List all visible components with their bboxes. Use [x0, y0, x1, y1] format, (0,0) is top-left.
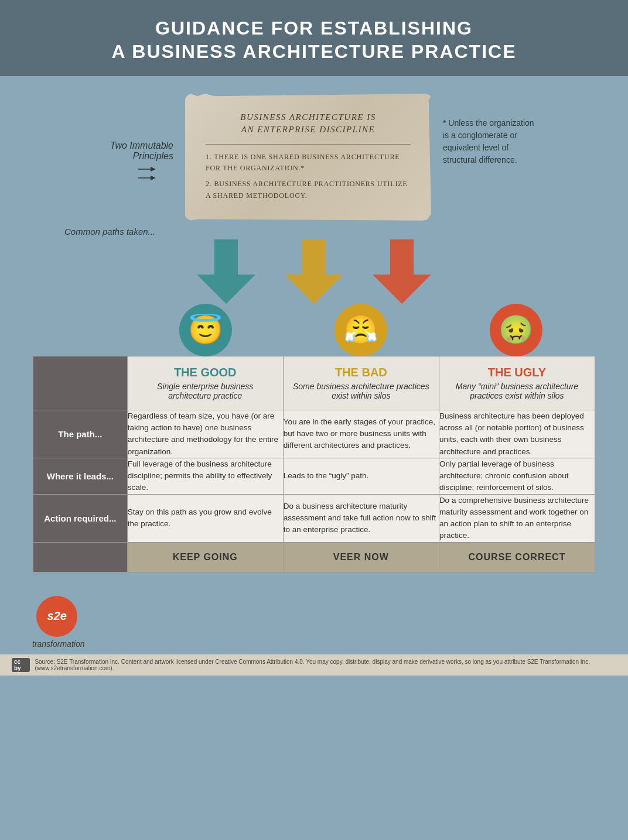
- cell-bad-path: You are in the early stages of your prac…: [283, 410, 439, 458]
- svg-marker-2: [197, 239, 255, 304]
- common-paths-label: Common paths taken...: [29, 227, 599, 236]
- col-subtitle-ugly: Many “mini” business architecture practi…: [448, 382, 586, 400]
- main-content: Two Immutable Principles Business Archit…: [0, 76, 628, 584]
- parchment-principles: 1. There is one shared business architec…: [206, 152, 411, 201]
- cell-good-path: Regardless of team size, you have (or ar…: [127, 410, 283, 458]
- cell-good-action: Stay on this path as you grow and evolve…: [127, 494, 283, 542]
- action-good[interactable]: KEEP GOING: [127, 542, 283, 572]
- page-title: GUIDANCE FOR ESTABLISHING A BUSINESS ARC…: [23, 16, 605, 63]
- svg-marker-3: [285, 239, 343, 304]
- action-ugly[interactable]: COURSE CORRECT: [439, 542, 595, 572]
- cell-ugly-action: Do a comprehensive business architecture…: [439, 494, 595, 542]
- action-bad[interactable]: VEER NOW: [283, 542, 439, 572]
- col-subtitle-bad: Some business architecture practices exi…: [292, 382, 431, 400]
- page-header: GUIDANCE FOR ESTABLISHING A BUSINESS ARC…: [0, 0, 628, 76]
- col-title-ugly: THE UGLY: [448, 366, 586, 379]
- asterisk-note: * Unless the organization is a conglomer…: [443, 94, 537, 166]
- s2e-logo: s2e: [36, 596, 77, 637]
- col-title-good: THE GOOD: [136, 366, 275, 379]
- parchment-section: Two Immutable Principles Business Archit…: [29, 94, 599, 221]
- row-header-leads: Where it leads...: [33, 458, 128, 494]
- col-subtitle-good: Single enterprise business architecture …: [136, 382, 275, 400]
- row-header-path: The path...: [33, 410, 128, 458]
- row-header-action: Action required...: [33, 494, 128, 542]
- col-title-bad: THE BAD: [292, 366, 431, 379]
- parchment-scroll: Business Architecture is an Enterprise D…: [185, 94, 431, 221]
- cell-good-leads: Full leverage of the business architectu…: [127, 458, 283, 494]
- svg-marker-4: [373, 239, 431, 304]
- two-principles-label: Two Immutable Principles: [91, 94, 173, 196]
- cell-bad-action: Do a business architecture maturity asse…: [283, 494, 439, 542]
- circles-row: 😇 😤 🤢: [29, 304, 599, 356]
- copyright-bar: cc by Source: S2E Transformation Inc. Co…: [0, 654, 628, 676]
- footer-logo-area: s2e transformation: [0, 584, 628, 654]
- table-row: Where it leads... Full leverage of the b…: [33, 458, 595, 494]
- arrows-svg: [115, 239, 513, 304]
- logo-tagline: transformation: [32, 639, 84, 649]
- cell-bad-leads: Leads to the “ugly” path.: [283, 458, 439, 494]
- cell-ugly-path: Business architecture has been deployed …: [439, 410, 595, 458]
- table-header-row: THE GOOD Single enterprise business arch…: [33, 356, 595, 410]
- table-row: Action required... Stay on this path as …: [33, 494, 595, 542]
- action-row: KEEP GOING VEER NOW COURSE CORRECT: [33, 542, 595, 572]
- table-row: The path... Regardless of team size, you…: [33, 410, 595, 458]
- circle-good: 😇: [179, 304, 232, 356]
- copyright-text: Source: S2E Transformation Inc. Content …: [35, 659, 616, 671]
- cc-badge: cc by: [12, 658, 30, 672]
- circle-bad: 😤: [335, 304, 387, 356]
- main-table: THE GOOD Single enterprise business arch…: [33, 356, 595, 572]
- circle-ugly: 🤢: [490, 304, 542, 356]
- parchment-title: Business Architecture is an Enterprise D…: [206, 111, 411, 136]
- cell-ugly-leads: Only partial leverage of business archit…: [439, 458, 595, 494]
- logo-block: s2e transformation: [29, 596, 84, 649]
